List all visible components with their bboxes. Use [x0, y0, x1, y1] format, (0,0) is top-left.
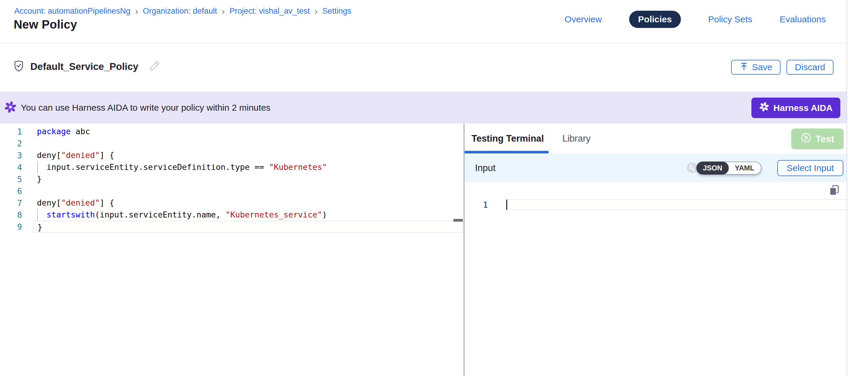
format-toggle: JSONYAML: [696, 161, 762, 175]
policy-code-editor[interactable]: 1package abc23deny["denied"] {4 input.se…: [0, 123, 463, 376]
breadcrumb-separator-icon: ›: [315, 7, 318, 15]
code-line-5: 5}: [0, 173, 463, 185]
code-content: deny["denied"] {: [33, 149, 463, 161]
select-input-button[interactable]: Select Input: [777, 160, 843, 176]
content-right-border: [846, 0, 847, 376]
code-token-plain: deny[: [37, 198, 61, 207]
policy-name: Default_Service_Policy: [30, 61, 138, 72]
discard-label: Discard: [795, 62, 825, 72]
input-line-number: 1: [479, 200, 488, 210]
terminal-tabs: Testing TerminalLibrary: [465, 123, 846, 154]
terminal-tab-library[interactable]: Library: [562, 133, 590, 144]
policy-editor-page: Account: automationPipelinesNg›Organizat…: [0, 0, 868, 376]
code-token-plain: deny[: [37, 151, 61, 160]
code-token-string: "denied": [61, 151, 100, 160]
line-number: 4: [0, 163, 22, 172]
shield-check-icon: [13, 60, 24, 73]
code-line-9: 9}: [0, 221, 463, 232]
code-line-3: 3deny["denied"] {: [0, 149, 463, 161]
breadcrumb-item[interactable]: Settings: [322, 6, 351, 16]
line-number: 7: [0, 198, 22, 208]
aida-banner-message: You can use Harness AIDA to write your p…: [21, 103, 270, 113]
aida-button-label: Harness AIDA: [773, 103, 833, 113]
code-token-string: "Kubernetes_service": [225, 210, 322, 219]
code-token-plain: }: [37, 222, 42, 232]
indent-guide: [37, 209, 38, 221]
line-number: 3: [0, 151, 22, 160]
code-line-2: 2: [0, 137, 463, 149]
play-circle-icon: [801, 132, 812, 146]
input-current-line: [506, 199, 846, 210]
input-panel-title: Input: [475, 163, 496, 174]
line-number: 2: [0, 139, 22, 148]
code-line-1: 1package abc: [0, 126, 463, 137]
code-line-4: 4 input.serviceEntity.serviceDefinition.…: [0, 161, 463, 173]
code-token-plain: ): [322, 210, 327, 219]
code-token-plain: }: [37, 174, 42, 184]
main-area: 1package abc23deny["denied"] {4 input.se…: [0, 123, 846, 376]
testing-terminal-panel: Testing TerminalLibrary Test Input JSONY…: [465, 123, 846, 376]
aida-banner: You can use Harness AIDA to write your p…: [0, 92, 846, 123]
active-tab-underline: [465, 151, 549, 154]
aida-flower-icon-white: [759, 102, 769, 114]
nav-tab-policies[interactable]: Policies: [629, 11, 681, 28]
breadcrumb-item[interactable]: Project: vishal_av_test: [229, 6, 310, 16]
text-cursor: [506, 199, 507, 210]
code-token-plain: input.serviceEntity.serviceDefinition.ty…: [37, 162, 269, 171]
policy-toolbar: Default_Service_Policy Save Discard: [0, 44, 846, 92]
copy-icon[interactable]: [829, 184, 840, 197]
code-token-plain: abc: [71, 127, 90, 136]
test-button[interactable]: Test: [791, 128, 844, 149]
code-content: input.serviceEntity.serviceDefinition.ty…: [33, 161, 463, 173]
code-token-plain: (input.serviceEntity.name,: [95, 210, 225, 219]
code-token-plain: ] {: [100, 151, 114, 160]
code-content: package abc: [33, 126, 463, 137]
breadcrumb-item[interactable]: Account: automationPipelinesNg: [14, 6, 130, 16]
code-line-6: 6: [0, 185, 463, 197]
breadcrumb-item[interactable]: Organization: default: [143, 6, 217, 16]
nav-tab-overview[interactable]: Overview: [565, 11, 602, 28]
line-number: 5: [0, 175, 22, 184]
code-content: [33, 137, 463, 149]
input-toolbar: Input JSONYAML Select Input: [465, 154, 846, 182]
breadcrumb: Account: automationPipelinesNg›Organizat…: [14, 6, 351, 16]
code-token-string: "denied": [61, 198, 100, 207]
code-token-plain: ] {: [100, 198, 114, 207]
terminal-tab-testing-terminal[interactable]: Testing Terminal: [471, 133, 544, 144]
code-line-7: 7deny["denied"] {: [0, 197, 463, 209]
line-number: 1: [0, 127, 22, 136]
code-token-string: "Kubernetes": [269, 162, 327, 171]
breadcrumb-separator-icon: ›: [135, 7, 138, 15]
page-header: Account: automationPipelinesNg›Organizat…: [0, 0, 846, 43]
save-label: Save: [752, 62, 772, 72]
breadcrumb-separator-icon: ›: [222, 7, 225, 15]
code-content: [33, 185, 463, 197]
code-content: deny["denied"] {: [33, 197, 463, 209]
line-number: 6: [0, 187, 22, 196]
nav-tab-evaluations[interactable]: Evaluations: [780, 11, 826, 28]
harness-aida-button[interactable]: Harness AIDA: [751, 98, 840, 118]
policy-name-row: Default_Service_Policy: [13, 60, 160, 73]
save-button[interactable]: Save: [731, 60, 780, 75]
code-content: startswith(input.serviceEntity.name, "Ku…: [33, 209, 463, 221]
aida-flower-icon: [4, 101, 17, 115]
input-editor[interactable]: 1: [465, 182, 846, 376]
upload-icon: [740, 62, 748, 73]
format-option-json[interactable]: JSON: [696, 161, 729, 175]
code-token-keyword: startswith: [47, 210, 95, 219]
code-content: }: [33, 221, 463, 232]
edit-pencil-icon[interactable]: [149, 60, 160, 73]
code-token-keyword: package: [37, 127, 71, 136]
code-content: }: [33, 173, 463, 185]
editor-overview-ruler-mark: [453, 219, 463, 222]
discard-button[interactable]: Discard: [786, 60, 834, 75]
test-button-label: Test: [815, 133, 834, 145]
line-number: 9: [0, 222, 22, 231]
code-line-8: 8 startswith(input.serviceEntity.name, "…: [0, 209, 463, 221]
nav-tabs: OverviewPoliciesPolicy SetsEvaluations: [565, 11, 826, 28]
page-title: New Policy: [14, 18, 77, 31]
format-option-yaml[interactable]: YAML: [728, 161, 761, 175]
nav-tab-policy-sets[interactable]: Policy Sets: [708, 11, 752, 28]
indent-guide: [37, 161, 38, 173]
code-token-plain: [37, 210, 47, 219]
